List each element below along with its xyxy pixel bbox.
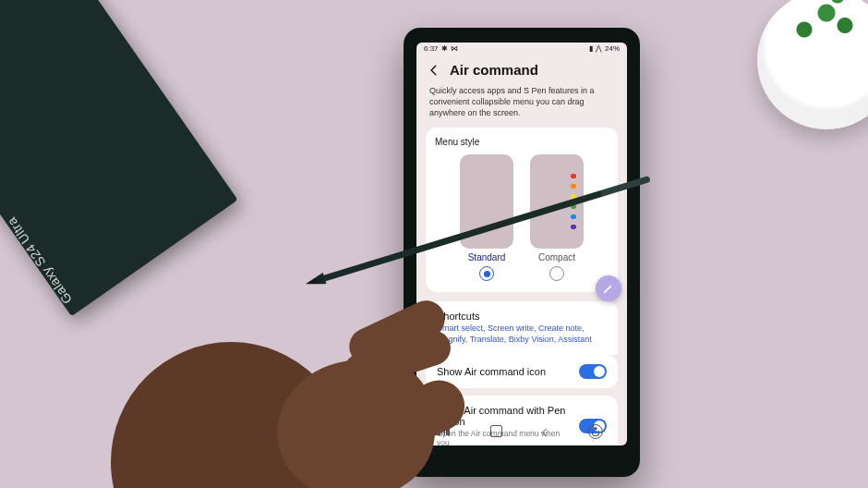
back-button[interactable] xyxy=(539,425,554,438)
air-command-fab[interactable] xyxy=(596,275,621,301)
recents-button[interactable] xyxy=(441,425,456,438)
phone-screen[interactable]: 6:37 ✱ ⋈ ▮ ⋀ 24% Air command Quickly acc… xyxy=(416,43,627,445)
menu-style-card: Menu style Standard Compact xyxy=(426,128,618,292)
shortcuts-title: Shortcuts xyxy=(437,311,607,322)
page-description: Quickly access apps and S Pen features i… xyxy=(416,83,627,128)
menu-style-option-compact[interactable]: Compact xyxy=(530,154,584,281)
shortcuts-subtitle: Smart select, Screen write, Create note,… xyxy=(437,323,607,345)
signal-icon: ▮ xyxy=(589,44,593,53)
phone-frame: 6:37 ✱ ⋈ ▮ ⋀ 24% Air command Quickly acc… xyxy=(404,28,640,477)
battery-text: 24% xyxy=(605,44,620,53)
menu-style-preview-standard xyxy=(460,154,513,249)
status-icon: ⋈ xyxy=(451,44,458,53)
back-icon[interactable] xyxy=(428,64,440,77)
radio-unselected-icon[interactable] xyxy=(549,266,564,281)
status-bar: 6:37 ✱ ⋈ ▮ ⋀ 24% xyxy=(416,43,627,53)
menu-style-label: Menu style xyxy=(435,137,609,147)
navigation-bar xyxy=(424,423,620,440)
plant-pot xyxy=(757,0,868,129)
wifi-icon: ⋀ xyxy=(596,44,602,53)
status-time: 6:37 xyxy=(424,44,439,53)
pen-icon xyxy=(602,282,615,295)
menu-style-name: Standard xyxy=(468,252,506,262)
product-box: Galaxy S24 Ultra xyxy=(0,0,238,316)
menu-style-name: Compact xyxy=(538,252,575,262)
show-icon-row[interactable]: Show Air command icon xyxy=(426,355,618,388)
page-header: Air command xyxy=(416,53,627,83)
product-box-label: Galaxy S24 Ultra xyxy=(4,214,75,307)
menu-style-preview-compact xyxy=(530,154,584,249)
radio-selected-icon[interactable] xyxy=(479,266,494,281)
page-title: Air command xyxy=(450,62,538,78)
menu-style-option-standard[interactable]: Standard xyxy=(460,154,513,281)
accessibility-button[interactable] xyxy=(588,424,603,439)
status-icon: ✱ xyxy=(441,44,448,53)
desk-scene: Galaxy S24 Ultra 6:37 ✱ ⋈ ▮ ⋀ 24% xyxy=(0,0,868,488)
toggle-on-icon[interactable] xyxy=(579,364,607,379)
setting-title: Show Air command icon xyxy=(437,366,572,377)
home-button[interactable] xyxy=(490,425,505,438)
shortcuts-row[interactable]: Shortcuts Smart select, Screen write, Cr… xyxy=(426,301,618,354)
